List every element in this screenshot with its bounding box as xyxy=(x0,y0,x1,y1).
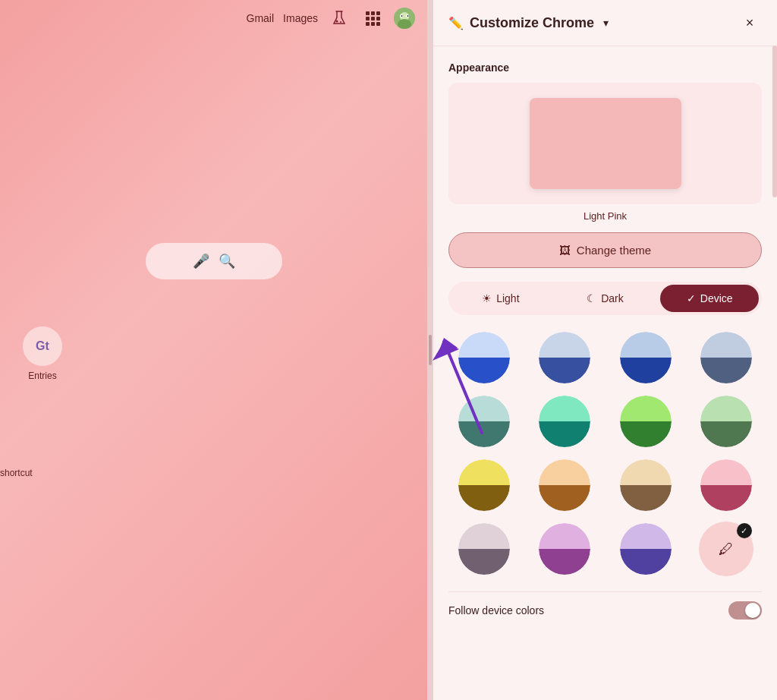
color-green[interactable] xyxy=(618,394,673,449)
panel-content: Appearance Light Pink 🖼 Change theme ☀ L… xyxy=(433,46,777,700)
color-steel-blue[interactable] xyxy=(699,330,753,385)
ntp-topbar: Gmail Images xyxy=(0,0,427,36)
svg-point-0 xyxy=(336,20,338,23)
dropper-icon: 🖊 xyxy=(719,541,734,558)
shortcut-area: Gt Entries xyxy=(23,326,62,381)
mode-dark-label: Dark xyxy=(601,292,624,304)
color-slate-blue[interactable] xyxy=(537,330,592,385)
customize-panel: ✏️ Customize Chrome ▾ × Appearance Light… xyxy=(433,0,777,700)
panel-title: Customize Chrome xyxy=(470,15,594,31)
picker-check-badge: ✓ xyxy=(737,523,752,538)
panel-title-area: ✏️ Customize Chrome ▾ xyxy=(448,15,609,31)
theme-preview-card xyxy=(530,98,681,189)
color-peach[interactable] xyxy=(537,458,592,512)
svg-point-1 xyxy=(340,21,341,23)
mode-device-button[interactable]: ✓ Device xyxy=(660,285,759,312)
divider-handle xyxy=(429,335,432,365)
panel-close-button[interactable]: × xyxy=(738,11,762,35)
ntp-background: Gmail Images xyxy=(0,0,427,700)
color-purple[interactable] xyxy=(537,522,592,576)
search-bar-area: 🎤 🔍 xyxy=(146,243,282,279)
moon-icon: ☾ xyxy=(587,292,596,304)
panel-dropdown-button[interactable]: ▾ xyxy=(603,17,609,29)
color-lavender[interactable] xyxy=(618,522,673,576)
shortcut-item[interactable]: Gt Entries xyxy=(23,326,62,381)
follow-colors-row: Follow device colors xyxy=(448,591,762,629)
change-theme-button[interactable]: 🖼 Change theme xyxy=(448,232,762,268)
follow-colors-toggle[interactable] xyxy=(728,601,762,620)
add-shortcut-label: shortcut xyxy=(0,468,33,478)
color-mauve[interactable] xyxy=(457,522,511,576)
appearance-label: Appearance xyxy=(448,61,762,74)
mode-dark-button[interactable]: ☾ Dark xyxy=(556,285,655,312)
color-emerald[interactable] xyxy=(537,394,592,449)
search-bar[interactable]: 🎤 🔍 xyxy=(146,243,282,279)
check-icon: ✓ xyxy=(687,292,696,304)
mode-light-label: Light xyxy=(496,292,519,304)
apps-grid-icon xyxy=(366,11,380,26)
mic-icon: 🎤 xyxy=(193,253,209,270)
panel-divider[interactable] xyxy=(427,0,433,700)
change-theme-label: Change theme xyxy=(577,244,651,257)
lab-icon-btn[interactable] xyxy=(327,6,351,30)
edit-icon: ✏️ xyxy=(448,16,464,30)
panel-scrollbar[interactable] xyxy=(772,46,777,197)
mode-device-label: Device xyxy=(700,292,733,304)
theme-name: Light Pink xyxy=(448,210,762,222)
panel-header: ✏️ Customize Chrome ▾ × xyxy=(433,0,777,46)
change-theme-icon: 🖼 xyxy=(559,244,571,257)
follow-colors-label: Follow device colors xyxy=(448,604,544,616)
color-blue-light[interactable] xyxy=(457,330,511,385)
apps-grid-button[interactable] xyxy=(360,6,385,30)
color-navy-blue[interactable] xyxy=(618,330,673,385)
theme-mode-row: ☀ Light ☾ Dark ✓ Device xyxy=(448,282,762,315)
toggle-knob xyxy=(745,603,760,618)
images-link[interactable]: Images xyxy=(283,12,318,24)
avatar[interactable] xyxy=(394,8,415,29)
color-custom-picker[interactable]: 🖊 ✓ xyxy=(699,522,753,576)
color-sand[interactable] xyxy=(618,458,673,512)
sun-icon: ☀ xyxy=(482,292,492,304)
gmail-link[interactable]: Gmail xyxy=(247,12,275,24)
color-sage[interactable] xyxy=(699,394,753,449)
mode-light-button[interactable]: ☀ Light xyxy=(451,285,550,312)
shortcut-label: Entries xyxy=(28,370,56,381)
color-teal-green[interactable] xyxy=(457,394,511,449)
svg-point-8 xyxy=(407,15,409,17)
color-yellow[interactable] xyxy=(457,458,511,512)
color-grid: 🖊 ✓ xyxy=(448,330,762,576)
theme-preview-container xyxy=(448,83,762,204)
shortcut-icon: Gt xyxy=(23,326,62,366)
color-rose[interactable] xyxy=(699,458,753,512)
lens-icon: 🔍 xyxy=(219,253,235,270)
svg-point-7 xyxy=(401,15,403,17)
